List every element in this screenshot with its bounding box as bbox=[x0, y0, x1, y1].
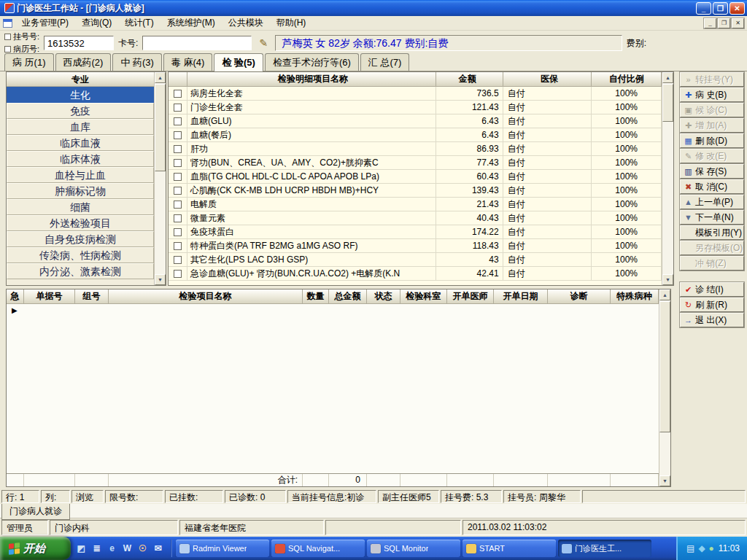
reg-no-radio-box[interactable] bbox=[4, 34, 11, 40]
taskbar-task-1[interactable]: Radmin Viewer bbox=[176, 540, 269, 557]
quick-launch-item-3[interactable]: e bbox=[106, 542, 118, 555]
menu-item-6[interactable]: 帮助(H) bbox=[270, 15, 313, 31]
scroll-up-button[interactable]: ▲ bbox=[155, 72, 166, 83]
exam-item-checkbox[interactable] bbox=[174, 145, 182, 153]
refresh-button[interactable]: ↻刷 新(R) bbox=[680, 298, 744, 312]
history-button[interactable]: ✚病 史(B) bbox=[680, 88, 744, 102]
taskbar-task-5[interactable]: 门诊医生工... bbox=[558, 540, 651, 557]
exam-item-row[interactable]: 急诊血糖(GLU)+ 肾功(BUN.CR.UA.CO2) +电解质(K.N42.… bbox=[169, 267, 662, 281]
specialty-item-3[interactable]: 血库 bbox=[7, 119, 154, 135]
exam-item-row[interactable]: 特种蛋白类(PA TRF B2MG a1MG ASO RF)118.43自付10… bbox=[169, 239, 662, 253]
exam-item-row[interactable]: 血脂(TG CHOL HDL-C LDL-C APOA APOB LPa)60.… bbox=[169, 170, 662, 184]
specialty-item-6[interactable]: 血栓与止血 bbox=[7, 167, 154, 183]
quick-launch-item-4[interactable]: W bbox=[121, 542, 133, 555]
restore-button[interactable]: ❐ bbox=[713, 2, 728, 15]
reg-no-radio[interactable]: 挂号号: bbox=[4, 31, 39, 42]
scroll-track[interactable] bbox=[659, 300, 670, 475]
exam-item-row[interactable]: 电解质21.43自付100% bbox=[169, 198, 662, 211]
exam-item-checkbox[interactable] bbox=[174, 214, 182, 222]
exam-item-checkbox[interactable] bbox=[174, 104, 182, 112]
exam-item-row[interactable]: 血糖(GLU)6.43自付100% bbox=[169, 114, 662, 128]
tray-icon-1[interactable]: ▤ bbox=[686, 543, 694, 553]
tab-6[interactable]: 检查手术治疗等(6) bbox=[265, 53, 359, 71]
next-order-button[interactable]: ▼下一单(N) bbox=[680, 210, 744, 225]
orders-scrollbar[interactable]: ▲ ▼ bbox=[659, 289, 670, 486]
specialty-item-4[interactable]: 临床血液 bbox=[7, 135, 154, 151]
mdi-restore-button[interactable]: ❐ bbox=[718, 18, 730, 28]
template-ref-button[interactable]: 模板引用(Y) bbox=[680, 225, 744, 240]
exam-item-checkbox[interactable] bbox=[174, 90, 182, 98]
menu-item-5[interactable]: 公共模块 bbox=[222, 15, 270, 31]
taskbar-task-3[interactable]: SQL Monitor bbox=[367, 540, 460, 557]
exam-item-checkbox[interactable] bbox=[174, 256, 182, 264]
delete-button[interactable]: ▦删 除(D) bbox=[680, 133, 744, 148]
specialty-item-5[interactable]: 临床体液 bbox=[7, 151, 154, 167]
minimize-button[interactable]: _ bbox=[696, 2, 711, 15]
menu-item-2[interactable]: 查询(Q) bbox=[75, 15, 118, 31]
exam-item-row[interactable]: 其它生化(LPS LAC D3H GSP)43自付100% bbox=[169, 253, 662, 267]
exit-button[interactable]: →退 出(X) bbox=[680, 313, 744, 327]
waiting-button[interactable]: ▣候 诊(C) bbox=[680, 103, 744, 117]
start-button[interactable]: 开始 bbox=[0, 537, 71, 560]
menu-item-1[interactable]: 业务管理(P) bbox=[15, 15, 75, 31]
exam-item-checkbox[interactable] bbox=[174, 117, 182, 125]
menu-item-4[interactable]: 系统维护(M) bbox=[160, 15, 222, 31]
scroll-down-button[interactable]: ▼ bbox=[659, 475, 670, 486]
exam-item-checkbox[interactable] bbox=[174, 201, 182, 209]
exam-item-checkbox[interactable] bbox=[174, 173, 182, 181]
tab-7[interactable]: 汇 总(7) bbox=[360, 53, 410, 71]
exam-item-row[interactable]: 心肌酶(CK CK-MB LDH UCRP HBDH MB)+HCY139.43… bbox=[169, 184, 662, 198]
reverse-button[interactable]: 冲 销(Z) bbox=[680, 256, 744, 271]
record-no-radio-box[interactable] bbox=[4, 46, 11, 52]
items-scrollbar[interactable]: ▲ ▼ bbox=[662, 72, 673, 285]
exam-item-row[interactable]: 微量元素40.43自付100% bbox=[169, 211, 662, 225]
tray-icon-2[interactable]: ◆ bbox=[698, 543, 705, 553]
modify-button[interactable]: ✎修 改(E) bbox=[680, 149, 744, 163]
specialty-item-11[interactable]: 传染病、性病检测 bbox=[7, 247, 154, 263]
exam-item-row[interactable]: 免疫球蛋白174.22自付100% bbox=[169, 225, 662, 239]
exam-item-row[interactable]: 门诊生化全套121.43自付100% bbox=[169, 101, 662, 114]
specialty-item-9[interactable]: 外送检验项目 bbox=[7, 215, 154, 231]
specialty-item-12[interactable]: 内分泌、激素检测 bbox=[7, 263, 154, 279]
exam-item-checkbox[interactable] bbox=[174, 242, 182, 250]
tab-4[interactable]: 毒 麻(4) bbox=[163, 53, 213, 71]
exam-item-row[interactable]: 病房生化全套736.5自付100% bbox=[169, 87, 662, 101]
orders-body[interactable]: ▶ bbox=[7, 304, 659, 473]
exam-item-checkbox[interactable] bbox=[174, 159, 182, 167]
exam-item-row[interactable]: 肝功86.93自付100% bbox=[169, 142, 662, 156]
exam-item-checkbox[interactable] bbox=[174, 270, 182, 278]
finish-button[interactable]: ✔诊 结(I) bbox=[680, 282, 744, 297]
save-template-button[interactable]: 另存模板(O) bbox=[680, 241, 744, 255]
quick-launch-item-2[interactable]: ≣ bbox=[90, 542, 103, 555]
tab-2[interactable]: 西成药(2) bbox=[55, 53, 112, 71]
scroll-up-button[interactable]: ▲ bbox=[659, 289, 670, 300]
menu-item-3[interactable]: 统计(T) bbox=[118, 15, 160, 31]
scroll-track[interactable] bbox=[155, 83, 166, 274]
quick-launch-item-5[interactable]: ☉ bbox=[136, 542, 149, 555]
quick-launch-item-1[interactable]: ◩ bbox=[75, 542, 88, 555]
tab-5[interactable]: 检 验(5) bbox=[214, 53, 263, 71]
scroll-down-button[interactable]: ▼ bbox=[662, 274, 673, 285]
scroll-down-button[interactable]: ▼ bbox=[155, 274, 166, 285]
mdi-close-button[interactable]: ✕ bbox=[732, 18, 744, 28]
add-button[interactable]: ✚增 加(A) bbox=[680, 118, 744, 133]
specialty-scrollbar[interactable]: ▲ ▼ bbox=[154, 72, 166, 285]
cancel-button[interactable]: ✖取 消(C) bbox=[680, 179, 744, 194]
doc-tab[interactable]: 门诊病人就诊 bbox=[1, 504, 70, 520]
tab-1[interactable]: 病 历(1) bbox=[4, 53, 54, 71]
scroll-track[interactable] bbox=[662, 83, 673, 274]
exam-item-checkbox[interactable] bbox=[174, 187, 182, 195]
exam-item-checkbox[interactable] bbox=[174, 131, 182, 139]
specialty-item-8[interactable]: 细菌 bbox=[7, 199, 154, 215]
specialty-item-2[interactable]: 免疫 bbox=[7, 103, 154, 119]
save-button[interactable]: ▥保 存(S) bbox=[680, 164, 744, 179]
prev-order-button[interactable]: ▲上一单(P) bbox=[680, 195, 744, 209]
scroll-thumb[interactable] bbox=[662, 84, 673, 122]
specialty-item-1[interactable]: 生化 bbox=[7, 87, 154, 103]
specialty-item-7[interactable]: 肿瘤标记物 bbox=[7, 183, 154, 199]
scroll-thumb[interactable] bbox=[659, 301, 670, 432]
edit-pen-icon[interactable]: ✎ bbox=[256, 36, 271, 50]
quick-launch-item-6[interactable]: ✉ bbox=[152, 542, 164, 555]
exam-item-row[interactable]: 肾功(BUN、CREA、UA、AMY、CO2)+胱抑素C77.43自付100% bbox=[169, 156, 662, 170]
tab-3[interactable]: 中 药(3) bbox=[112, 53, 162, 71]
